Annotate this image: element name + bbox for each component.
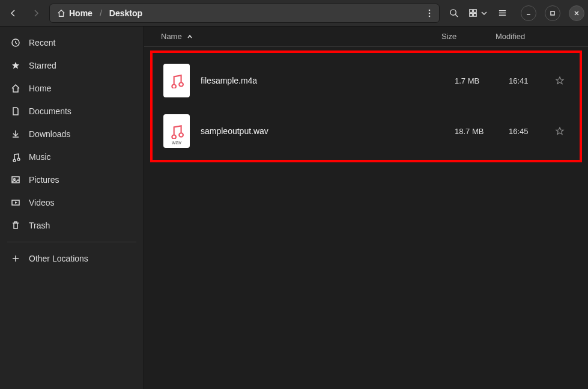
sidebar-item-downloads[interactable]: Downloads xyxy=(0,123,144,145)
home-icon xyxy=(11,84,20,93)
svg-rect-4 xyxy=(470,10,473,13)
file-name: filesample.m4a xyxy=(201,76,455,85)
sidebar-item-music[interactable]: Music xyxy=(0,145,144,168)
svg-point-1 xyxy=(429,12,431,14)
column-header-modified[interactable]: Modified xyxy=(496,32,556,41)
picture-icon xyxy=(11,175,20,185)
breadcrumb-home-label: Home xyxy=(69,8,92,18)
sidebar-item-label: Starred xyxy=(29,61,56,70)
breadcrumb-home[interactable]: Home xyxy=(51,5,99,22)
star-icon xyxy=(11,61,20,70)
sidebar-item-videos[interactable]: Videos xyxy=(0,191,144,214)
titlebar: Home / Desktop xyxy=(0,0,588,26)
window-minimize-button[interactable] xyxy=(521,5,536,21)
sidebar-item-documents[interactable]: Documents xyxy=(0,100,144,123)
svg-rect-6 xyxy=(470,13,473,16)
file-size: 18.7 MB xyxy=(455,127,509,136)
audio-file-icon xyxy=(163,64,190,97)
svg-point-11 xyxy=(14,179,16,180)
trash-icon xyxy=(11,221,20,230)
sidebar-item-label: Trash xyxy=(29,221,50,230)
window-close-button[interactable] xyxy=(569,5,584,21)
svg-point-3 xyxy=(450,10,455,15)
video-icon xyxy=(11,198,20,207)
svg-point-0 xyxy=(429,9,431,11)
sort-ascending-icon xyxy=(187,34,193,40)
column-header-size[interactable]: Size xyxy=(441,32,496,41)
hamburger-menu-button[interactable] xyxy=(492,4,512,23)
svg-point-2 xyxy=(429,15,431,17)
column-headers: Name Size Modified xyxy=(144,26,588,47)
file-row[interactable]: filesample.m4a 1.7 MB 16:41 xyxy=(155,55,577,106)
breadcrumb-current[interactable]: Desktop xyxy=(103,5,148,22)
download-icon xyxy=(11,129,20,139)
svg-rect-7 xyxy=(473,13,476,16)
plus-icon xyxy=(11,254,20,263)
sidebar-item-label: Videos xyxy=(29,198,55,207)
sidebar-item-label: Pictures xyxy=(29,175,59,185)
sidebar-item-label: Downloads xyxy=(29,129,70,139)
path-menu-button[interactable] xyxy=(421,5,438,22)
star-toggle[interactable] xyxy=(551,126,569,136)
sidebar-separator xyxy=(7,242,136,242)
forward-button[interactable] xyxy=(26,4,46,23)
file-manager-window: Home / Desktop xyxy=(0,0,588,389)
home-icon xyxy=(57,9,65,17)
column-header-name-label: Name xyxy=(161,32,182,41)
search-button[interactable] xyxy=(443,4,464,23)
sidebar-item-label: Other Locations xyxy=(29,254,88,263)
file-name: sampleoutput.wav xyxy=(201,126,455,136)
view-switcher[interactable] xyxy=(467,4,488,23)
file-size: 1.7 MB xyxy=(455,76,509,85)
sidebar-item-starred[interactable]: Starred xyxy=(0,54,144,77)
sidebar-item-label: Recent xyxy=(29,38,55,47)
sidebar-item-other-locations[interactable]: Other Locations xyxy=(0,247,144,270)
clock-icon xyxy=(11,38,20,47)
path-bar[interactable]: Home / Desktop xyxy=(49,4,440,23)
sidebar-item-label: Documents xyxy=(29,106,71,116)
sidebar-item-pictures[interactable]: Pictures xyxy=(0,168,144,191)
breadcrumb-separator: / xyxy=(99,8,103,18)
highlight-annotation-box: filesample.m4a 1.7 MB 16:41 sampleoutput… xyxy=(150,51,582,162)
svg-rect-8 xyxy=(551,11,554,15)
file-row[interactable]: sampleoutput.wav 18.7 MB 16:45 xyxy=(155,106,577,156)
sidebar-item-label: Home xyxy=(29,84,51,93)
sidebar-item-recent[interactable]: Recent xyxy=(0,31,144,54)
music-icon xyxy=(11,152,20,162)
chevron-down-icon xyxy=(481,10,487,16)
file-modified: 16:45 xyxy=(509,127,551,136)
breadcrumb-current-label: Desktop xyxy=(109,8,142,18)
window-maximize-button[interactable] xyxy=(545,5,560,21)
file-modified: 16:41 xyxy=(509,76,551,85)
sidebar: Recent Starred Home Documents Downloads … xyxy=(0,26,144,389)
sidebar-item-home[interactable]: Home xyxy=(0,77,144,100)
grid-view-icon xyxy=(468,8,477,17)
back-button[interactable] xyxy=(4,4,23,23)
svg-rect-5 xyxy=(473,10,476,13)
file-list-pane: Name Size Modified filesample.m4a 1.7 MB… xyxy=(144,26,588,389)
document-icon xyxy=(11,106,20,116)
column-header-name[interactable]: Name xyxy=(161,32,441,41)
audio-file-icon xyxy=(163,114,190,148)
star-toggle[interactable] xyxy=(551,76,569,85)
sidebar-item-trash[interactable]: Trash xyxy=(0,214,144,237)
sidebar-item-label: Music xyxy=(29,152,51,162)
